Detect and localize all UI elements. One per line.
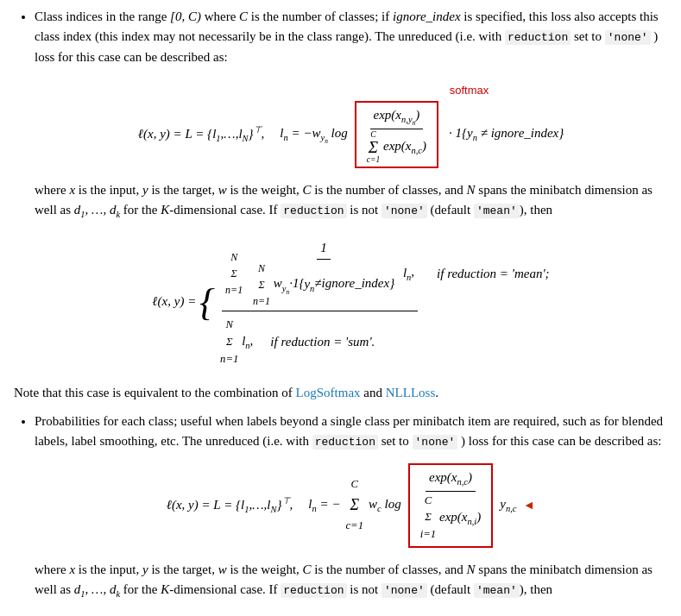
piecewise1-row1: N Σ n=1 1 N [220,236,550,311]
bullet-item-2: Probabilities for each class; useful whe… [35,412,667,616]
bullet2-text2: set to [381,434,413,448]
bullet1-text1: Class indices in the range [35,9,170,23]
where1-reduction: reduction [281,204,346,218]
piecewise1-expr2: N Σ n=1 ln, [220,317,253,368]
where2-none: 'none' [381,583,427,598]
bullet2-none-code: 'none' [413,435,458,449]
where2-t7: for the [120,582,161,596]
bullet1-none-code: 'none' [605,30,651,45]
where2-t9: is not [347,582,381,596]
where2-C: C [303,563,312,576]
softmax-label: softmax [450,82,489,99]
where1-t3: is the target, [148,183,218,197]
piecewise1-row2: N Σ n=1 ln, if reduction = 'sum'. [220,317,550,368]
where2-t3: is the target, [148,563,218,576]
formula2-ln: ln = − [308,494,340,516]
bullet1-text: Class indices in the range [0, C) where … [35,9,659,64]
piecewise1-brace: { [199,285,215,320]
where2-t11: ), then [520,582,552,596]
where1-y: y [142,183,148,197]
bullet2-reduction-code: reduction [312,435,378,449]
where2-t8: -dimensional case. If [169,582,281,596]
bullet1-text2: where [205,9,239,23]
where1-C: C [303,183,312,197]
where2-N: N [467,563,476,576]
softmax-den: C Σ c=1 exp(xn,c) [363,129,430,164]
cursor-arrow: ► [523,496,535,515]
bullet1-text3: is the number of classes; if [251,9,393,23]
where1-t4: is the weight, [227,183,303,197]
where1-t8: -dimensional case. If [169,203,281,217]
bullet1-text5: set to [574,29,605,43]
where-paragraph-1: where x is the input, y is the target, w… [35,180,667,223]
softmax-fraction-box: exp(xn,yn) C Σ c=1 exp(xn,c) [355,101,438,168]
where2-t5: is the number of classes, and [312,563,467,576]
piecewise1-cond2: if reduction = 'sum'. [270,332,375,352]
main-content: Class indices in the range [0, C) where … [14,7,667,616]
formula1-indicator: · 1{yn ≠ ignore_index} [449,123,564,145]
bullet-list-2: Probabilities for each class; useful whe… [14,412,667,616]
where1-t11: ), then [520,203,552,217]
formula-block-2: ℓ(x, y) = L = {l1,…,lN}⊤, ln = − C Σ c=1… [35,463,667,548]
where1-t2: is the input, [75,183,142,197]
formula2-fraction: exp(xn,c) C Σ i=1 exp(xn,i) [417,467,485,544]
where1-t7: for the [120,203,161,217]
formula2-fraction-box: exp(xn,c) C Σ i=1 exp(xn,i) [408,463,494,548]
note-text2: and [361,386,386,399]
note-text1: Note that this case is equivalent to the… [14,386,296,399]
bullet1-C: C [239,9,248,23]
bullet1-range: [0, C) [170,9,201,23]
where2-t4: is the weight, [227,563,303,576]
where2-w: w [218,563,227,576]
softmax-fraction: exp(xn,yn) C Σ c=1 exp(xn,c) [363,104,430,165]
formula-block-1: softmax ℓ(x, y) = L = {l1,…,lN}⊤, ln = −… [35,79,667,168]
bullet2-text: Probabilities for each class; useful whe… [35,414,663,448]
where1-N: N [467,183,476,197]
where2-d1dk: d1, …, dk [74,582,120,596]
where1-mean: 'mean' [474,204,520,218]
formula1-lxy: ℓ(x, y) = L = {l1,…,lN}⊤, [138,123,265,146]
bullet1-reduction-code: reduction [505,30,571,45]
where1-t5: is the number of classes, and [312,183,467,197]
where1-t10: (default [427,203,474,217]
where1-where: where [35,183,69,197]
piecewise1-lxy: ℓ(x, y) = [152,294,199,308]
bullet2-text3: ) loss for this case can be described as… [461,434,661,448]
formula2-lxy: ℓ(x, y) = L = {l1,…,lN}⊤, [167,494,293,517]
formula2-ync: yn,c [500,494,516,516]
formula2-sum: C Σ c=1 [345,476,363,534]
piecewise1-cond1: if reduction = 'mean'; [437,264,550,284]
bullet-list: Class indices in the range [0, C) where … [14,7,667,371]
where2-K: K [161,582,169,596]
formula1-ln: ln = −wyn log [280,123,347,146]
where2-mean: 'mean' [474,583,520,598]
bullet-item-1: Class indices in the range [0, C) where … [35,7,667,371]
where1-d1dk: d1, …, dk [74,203,120,217]
logsoftmax-link[interactable]: LogSoftmax [296,386,361,399]
formula2-num: exp(xn,c) [426,467,476,491]
note-text3: . [435,386,438,399]
piecewise1-expr1: N Σ n=1 1 N [220,236,419,311]
piecewise1-rows: N Σ n=1 1 N [220,234,550,370]
where2-where: where [35,563,69,576]
bullet1-ignore: ignore_index [393,9,461,23]
where1-K: K [161,203,169,217]
note-paragraph: Note that this case is equivalent to the… [14,383,667,403]
where1-none: 'none' [381,204,427,218]
piecewise-block-1: ℓ(x, y) = { N Σ [35,234,667,370]
where2-y: y [142,563,148,576]
where2-reduction: reduction [281,583,346,598]
where2-t2: is the input, [75,563,142,576]
where-paragraph-2: where x is the input, y is the target, w… [35,560,667,602]
piecewise1-system: { N Σ n=1 [199,234,550,370]
nllloss-link[interactable]: NLLLoss [386,386,436,399]
where1-t9: is not [347,203,381,217]
formula2-wc: wc log [369,494,401,516]
softmax-num: exp(xn,yn) [370,104,424,129]
where2-t10: (default [427,582,474,596]
where1-w: w [218,183,227,197]
formula2-den: C Σ i=1 exp(xn,i) [417,492,485,544]
